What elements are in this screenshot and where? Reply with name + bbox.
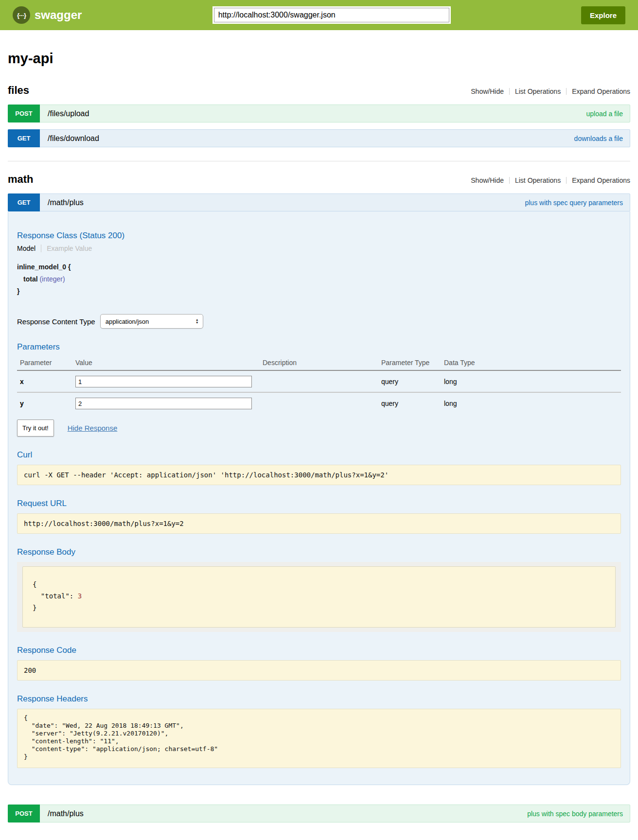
select-arrows-icon: ▲▼ <box>195 318 199 324</box>
parameter-type: query <box>381 370 444 392</box>
page-title: my-api <box>8 51 630 67</box>
parameter-description <box>263 392 381 414</box>
model-property-type: (integer) <box>39 275 65 283</box>
parameter-name: x <box>17 370 75 392</box>
column-header-value: Value <box>75 356 263 370</box>
response-code-heading: Response Code <box>17 646 621 655</box>
endpoint-post-files-upload[interactable]: POST /files/upload upload a file <box>8 105 630 122</box>
section-files: files Show/Hide List Operations Expand O… <box>8 84 630 147</box>
response-code-value: 200 <box>17 660 621 681</box>
json-key: "total": <box>41 592 78 600</box>
request-url-heading: Request URL <box>17 499 621 508</box>
list-operations-link[interactable]: List Operations <box>515 176 561 184</box>
response-content-type-label: Response Content Type <box>17 317 95 326</box>
tab-model[interactable]: Model <box>17 245 41 252</box>
link-separator <box>509 177 510 184</box>
endpoint-get-files-download[interactable]: GET /files/download downloads a file <box>8 129 630 147</box>
parameter-row-y: y query long <box>17 392 621 414</box>
link-separator <box>566 88 567 95</box>
endpoint-summary-link[interactable]: plus with spec body parameters <box>527 810 623 818</box>
endpoint-post-math-plus[interactable]: POST /math/plus plus with spec body para… <box>8 805 630 822</box>
parameters-heading: Parameters <box>17 342 621 352</box>
swagger-logo-text: swagger <box>35 8 82 22</box>
parameter-type: query <box>381 392 444 414</box>
param-x-value-input[interactable] <box>75 376 252 387</box>
endpoint-summary-link[interactable]: upload a file <box>586 110 623 118</box>
endpoint-summary-link[interactable]: plus with spec query parameters <box>525 199 623 207</box>
expand-operations-link[interactable]: Expand Operations <box>572 88 630 95</box>
response-headers-heading: Response Headers <box>17 694 621 704</box>
param-y-value-input[interactable] <box>75 398 252 409</box>
section-links-math: Show/Hide List Operations Expand Operati… <box>471 176 630 184</box>
model-name: inline_model_0 { <box>17 261 621 273</box>
parameter-description <box>263 370 381 392</box>
top-header-bar: {···} swagger Explore <box>0 0 638 30</box>
section-title-files: files <box>8 84 29 97</box>
parameters-table: Parameter Value Description Parameter Ty… <box>17 356 621 414</box>
endpoint-summary-link[interactable]: downloads a file <box>574 135 623 142</box>
model-tabs: Model Example Value <box>17 245 621 252</box>
expand-operations-link[interactable]: Expand Operations <box>572 176 630 184</box>
link-separator <box>566 177 567 184</box>
column-header-parameter: Parameter <box>17 356 75 370</box>
parameter-row-x: x query long <box>17 370 621 392</box>
method-badge-get: GET <box>8 193 40 211</box>
section-divider <box>8 161 630 161</box>
spec-url-input[interactable] <box>214 8 449 22</box>
parameter-data-type: long <box>444 370 621 392</box>
swagger-logo-icon: {···} <box>13 6 30 24</box>
section-title-math: math <box>8 173 34 186</box>
column-header-data-type: Data Type <box>444 356 621 370</box>
model-signature: inline_model_0 { total (integer) } <box>17 261 621 298</box>
json-value: 3 <box>78 592 82 600</box>
hide-response-link[interactable]: Hide Response <box>68 424 118 432</box>
link-separator <box>509 88 510 95</box>
method-badge-post: POST <box>8 805 40 822</box>
response-class-heading: Response Class (Status 200) <box>17 231 621 241</box>
request-url-code: http://localhost:3000/math/plus?x=1&y=2 <box>17 513 621 534</box>
column-header-description: Description <box>263 356 381 370</box>
parameter-name: y <box>17 392 75 414</box>
endpoint-path[interactable]: /math/plus <box>48 809 84 818</box>
response-body-container: { "total": 3 } <box>17 562 621 632</box>
swagger-logo[interactable]: {···} swagger <box>13 6 82 24</box>
operation-detail-panel: Response Class (Status 200) Model Exampl… <box>8 211 630 785</box>
tab-example-value[interactable]: Example Value <box>41 245 92 252</box>
curl-heading: Curl <box>17 450 621 460</box>
selected-content-type: application/json <box>106 318 149 325</box>
response-body-code: { "total": 3 } <box>22 566 616 628</box>
main-content: my-api files Show/Hide List Operations E… <box>8 51 630 840</box>
explore-button[interactable]: Explore <box>581 6 625 24</box>
column-header-parameter-type: Parameter Type <box>381 356 444 370</box>
try-it-out-button[interactable]: Try it out! <box>17 420 54 437</box>
method-badge-post: POST <box>8 105 40 122</box>
model-property-name: total <box>23 275 38 283</box>
endpoint-path[interactable]: /files/download <box>48 134 99 143</box>
method-badge-get: GET <box>8 129 40 147</box>
response-body-heading: Response Body <box>17 547 621 557</box>
parameter-data-type: long <box>444 392 621 414</box>
section-math: math Show/Hide List Operations Expand Op… <box>8 173 630 822</box>
list-operations-link[interactable]: List Operations <box>515 88 561 95</box>
endpoint-path[interactable]: /files/upload <box>48 109 89 118</box>
response-headers-code: { "date": "Wed, 22 Aug 2018 18:49:13 GMT… <box>17 709 621 768</box>
spec-url-input-frame <box>213 6 451 24</box>
json-close-brace: } <box>33 604 36 612</box>
show-hide-link[interactable]: Show/Hide <box>471 88 504 95</box>
show-hide-link[interactable]: Show/Hide <box>471 176 504 184</box>
endpoint-get-math-plus[interactable]: GET /math/plus plus with spec query para… <box>8 193 630 211</box>
endpoint-path[interactable]: /math/plus <box>48 198 84 207</box>
json-open-brace: { <box>33 580 36 588</box>
curl-command-code: curl -X GET --header 'Accept: applicatio… <box>17 465 621 485</box>
section-links-files: Show/Hide List Operations Expand Operati… <box>471 88 630 95</box>
response-content-type-select[interactable]: application/json ▲▼ <box>100 314 203 329</box>
model-close-brace: } <box>17 285 621 298</box>
